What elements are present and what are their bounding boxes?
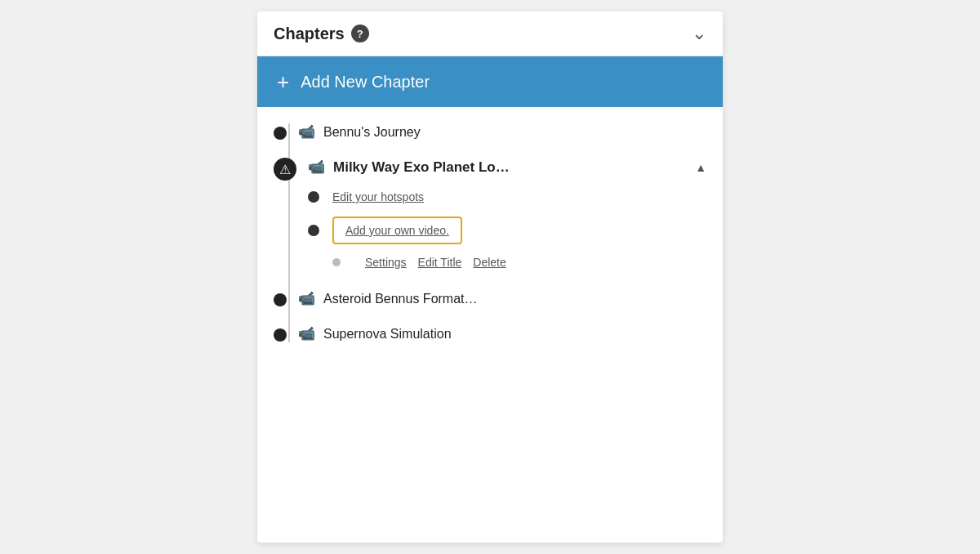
chapter-item-supernovaSimulation: 📹 Supernova Simulation [257,317,723,351]
settings-link[interactable]: Settings [365,256,407,269]
chapters-panel: Chapters ? ⌄ + Add New Chapter 📹 Bennu's… [257,11,723,543]
edit-title-link[interactable]: Edit Title [418,256,462,269]
expand-arrow-milkyWay[interactable]: ▲ [695,161,706,174]
chapter-main-row-bennuJourney: 📹 Bennu's Journey [298,123,706,141]
chapter-content-supernovaSimulation: 📹 Supernova Simulation [298,325,706,342]
chapter-name-milkyWay: Milky Way Exo Planet Lo… [333,159,510,176]
chapter-main-row-asteroidBennus: 📹 Asteroid Bennus Format… [298,290,706,307]
chapter-content-asteroidBennus: 📹 Asteroid Bennus Format… [298,290,706,307]
video-icon-bennuJourney: 📹 [298,123,315,141]
chapter-main-row-supernovaSimulation: 📹 Supernova Simulation [298,325,706,342]
chapter-dot-supernovaSimulation [274,328,287,342]
chapter-dot-asteroidBennus [274,293,287,306]
video-icon-milkyWay: 📹 [308,159,325,176]
highlighted-video-box[interactable]: Add your own video. [332,217,462,244]
collapse-icon[interactable]: ⌄ [692,23,706,44]
chapter-sub-items-milkyWay: Edit your hotspots Add your own video. [308,184,706,251]
panel-header: Chapters ? ⌄ [257,11,723,56]
chapter-item-milkyWay: ⚠ 📹 Milky Way Exo Planet Lo… ▲ Edit your… [257,150,723,280]
plus-icon: + [277,71,289,92]
chapter-content-milkyWay: 📹 Milky Way Exo Planet Lo… ▲ Edit your h… [308,159,706,272]
add-new-chapter-button[interactable]: + Add New Chapter [257,56,723,107]
action-dot [332,258,341,266]
chapter-name-asteroidBennus: Asteroid Bennus Format… [323,292,478,306]
delete-link[interactable]: Delete [473,256,506,269]
add-video-link[interactable]: Add your own video. [345,224,449,237]
chapter-list: 📹 Bennu's Journey ⚠ 📹 Milky Way Exo Plan… [257,107,723,359]
chapter-dot-bennuJourney [274,127,287,140]
chapter-main-row-milkyWay: 📹 Milky Way Exo Planet Lo… ▲ [308,159,706,176]
sub-item-editHotspots: Edit your hotspots [308,184,706,210]
sub-dot-addVideo [308,225,319,236]
sub-item-addVideo: Add your own video. [308,210,706,251]
help-icon[interactable]: ? [351,25,369,42]
sub-dot-editHotspots [308,191,319,203]
add-chapter-label: Add New Chapter [301,73,430,92]
panel-title: Chapters [274,25,345,43]
chapter-name-bennuJourney: Bennu's Journey [323,125,421,140]
header-left: Chapters ? [274,25,369,43]
action-row-milkyWay: Settings Edit Title Delete [332,251,706,272]
chapter-item-asteroidBennus: 📹 Asteroid Bennus Format… [257,282,723,315]
video-icon-supernovaSimulation: 📹 [298,325,315,342]
chapter-item-bennuJourney: 📹 Bennu's Journey [257,115,723,149]
chapter-dot-milkyWay-warning: ⚠ [274,158,296,181]
chapter-content-bennuJourney: 📹 Bennu's Journey [298,123,706,141]
video-icon-asteroidBennus: 📹 [298,290,315,307]
edit-hotspots-link[interactable]: Edit your hotspots [332,190,424,203]
chapter-name-supernovaSimulation: Supernova Simulation [323,327,452,342]
